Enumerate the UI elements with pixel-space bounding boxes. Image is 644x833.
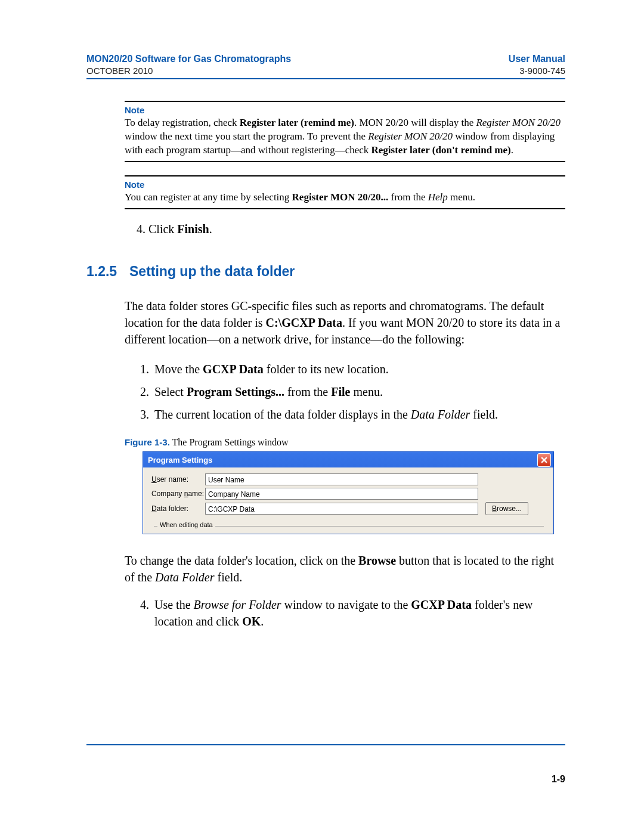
s4b-f: OK: [242, 615, 261, 628]
close-button[interactable]: [537, 453, 551, 467]
window-titlebar: Program Settings: [143, 452, 553, 467]
note2-text1: You can register at any time by selectin…: [125, 191, 292, 203]
post-d: Data Folder: [155, 571, 214, 584]
company-label-post: ame:: [188, 490, 204, 498]
figure-caption: Figure 1-3. The Program Settings window: [125, 437, 565, 448]
user-name-row: User name: User Name: [151, 473, 546, 485]
step-4-browse: 4. Use the Browse for Folder window to n…: [125, 596, 565, 630]
s4b-g: .: [261, 615, 264, 628]
note2-text2: from the: [388, 191, 428, 203]
note1-italic1: Register MON 20/20: [476, 117, 561, 128]
note1-bold2: Register later (don't remind me): [371, 144, 511, 156]
note1-bold1: Register later (remind me): [240, 117, 354, 128]
li1-a: Move the: [154, 363, 203, 376]
section-title: Setting up the data folder: [129, 264, 295, 279]
li3-a: The current location of the data folder …: [154, 408, 411, 421]
user-name-label: User name:: [151, 475, 205, 484]
browse-u: B: [492, 504, 497, 513]
figure-text: The Program Settings window: [170, 437, 289, 447]
note2-text3: menu.: [448, 191, 475, 203]
note-head-2: Note: [125, 179, 565, 191]
li3-num: 3.: [140, 406, 154, 423]
header-rule: [86, 78, 565, 79]
footer-rule: [86, 744, 565, 745]
s4b-d: GCXP Data: [411, 598, 472, 611]
step4-a: Click: [148, 222, 177, 236]
browse-button[interactable]: Browse...: [485, 502, 528, 515]
list-item: 2. Select Program Settings... from the F…: [140, 383, 565, 400]
li2-c: from the: [284, 385, 331, 398]
window-body: User name: User Name Company name: Compa…: [143, 467, 553, 534]
intro-b: C:\GCXP Data: [266, 316, 342, 329]
li2-a: Select: [154, 385, 187, 398]
note2-bold: Register MON 20/20...: [292, 191, 389, 203]
note2-italic: Help: [428, 191, 448, 203]
list-item: 4. Use the Browse for Folder window to n…: [140, 596, 565, 630]
window-title: Program Settings: [148, 456, 212, 465]
ordered-list: 1. Move the GCXP Data folder to its new …: [125, 361, 565, 423]
li2-d: File: [331, 385, 350, 398]
post-e: field.: [215, 571, 243, 584]
data-folder-row: Data folder: C:\GCXP Data Browse...: [151, 502, 546, 515]
post-figure-text: To change the data folder's location, cl…: [125, 552, 565, 586]
li1-num: 1.: [140, 361, 154, 377]
company-name-row: Company name: Company Name: [151, 488, 546, 500]
section-number: 1.2.5: [86, 264, 129, 280]
company-name-label: Company name:: [151, 490, 205, 498]
doc-title: MON20/20 Software for Gas Chromatographs: [86, 54, 291, 64]
note1-text3: window the next time you start the progr…: [125, 131, 368, 142]
user-label-rest: ser name:: [157, 475, 188, 484]
data-folder-label: Data folder:: [151, 504, 205, 513]
note-head-1: Note: [125, 104, 565, 116]
note1-text: To delay registration, check: [125, 117, 240, 128]
data-label-u: D: [151, 504, 157, 513]
step4-num: 4.: [137, 222, 148, 236]
post-a: To change the data folder's location, cl…: [125, 554, 358, 567]
company-label-pre: Company: [151, 490, 184, 498]
close-icon: [541, 457, 547, 463]
browse-rest: rowse...: [497, 504, 522, 513]
list-item: 1. Move the GCXP Data folder to its new …: [140, 361, 565, 377]
post-b: Browse: [358, 554, 396, 567]
list-item: 3. The current location of the data fold…: [140, 406, 565, 423]
data-label-rest: ata folder:: [157, 504, 188, 513]
note-box-2: Note You can register at any time by sel…: [125, 175, 565, 209]
s4b-c: window to navigate to the: [281, 598, 411, 611]
step4-bold: Finish: [177, 222, 209, 236]
company-name-input[interactable]: Company Name: [205, 488, 478, 500]
li3-b: Data Folder: [411, 408, 470, 421]
doc-type: User Manual: [509, 54, 565, 64]
step4b-num: 4.: [140, 596, 154, 630]
note1-italic2: Register MON 20/20: [368, 131, 453, 142]
step4-c: .: [209, 222, 212, 236]
groupbox-cutoff: When editing data: [154, 526, 544, 534]
li3-c: field.: [470, 408, 498, 421]
li2-num: 2.: [140, 383, 154, 400]
step-4-finish: 4. Click Finish.: [137, 222, 565, 236]
program-settings-window: Program Settings User name: User Name Co…: [143, 451, 554, 534]
li2-b: Program Settings...: [187, 385, 284, 398]
user-label-u: U: [151, 475, 157, 484]
note1-text2: . MON 20/20 will display the: [354, 117, 476, 128]
page-number: 1-9: [552, 774, 565, 785]
li2-e: menu.: [350, 385, 382, 398]
doc-number: 3-9000-745: [519, 66, 565, 76]
note-box-1: Note To delay registration, check Regist…: [125, 101, 565, 162]
user-name-input[interactable]: User Name: [205, 473, 478, 485]
section-heading: 1.2.5Setting up the data folder: [86, 264, 565, 280]
li1-b: GCXP Data: [203, 363, 264, 376]
section-intro: The data folder stores GC-specific files…: [125, 298, 565, 423]
doc-date: OCTOBER 2010: [86, 66, 153, 76]
li1-c: folder to its new location.: [264, 363, 389, 376]
data-folder-input[interactable]: C:\GCXP Data: [205, 503, 478, 515]
s4b-a: Use the: [154, 598, 194, 611]
header-top-row: MON20/20 Software for Gas Chromatographs…: [86, 54, 565, 64]
note1-text5: .: [511, 144, 513, 156]
figure-label: Figure 1-3.: [125, 437, 170, 447]
header-sub-row: OCTOBER 2010 3-9000-745: [86, 66, 565, 76]
groupbox-title: When editing data: [157, 521, 215, 528]
s4b-b: Browse for Folder: [194, 598, 281, 611]
